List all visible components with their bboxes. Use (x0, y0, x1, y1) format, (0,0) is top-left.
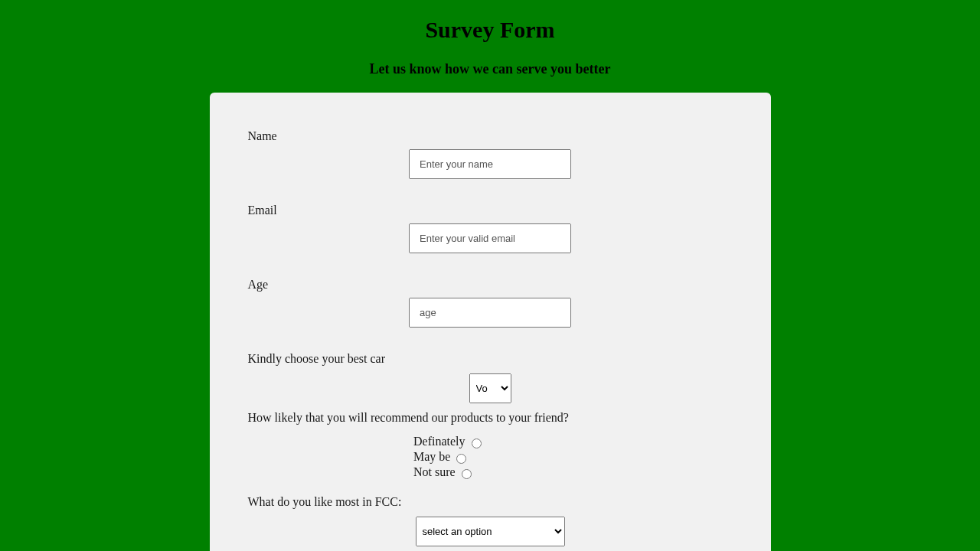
radio-label: Not sure (413, 465, 456, 478)
best-car-select[interactable]: Vo (469, 373, 511, 403)
age-input[interactable] (409, 298, 571, 328)
age-label: Age (248, 278, 733, 292)
recommend-radio-group: Definately May be Not sure (413, 434, 567, 480)
radio-option-definately[interactable]: Definately (413, 434, 567, 449)
radio-label: May be (413, 450, 450, 463)
radio-option-notsure[interactable]: Not sure (413, 465, 567, 480)
name-label: Name (248, 129, 733, 143)
email-label: Email (248, 204, 733, 217)
fcc-like-select[interactable]: select an option (416, 517, 565, 546)
fcc-like-label: What do you like most in FCC: (248, 495, 733, 509)
radio-input[interactable] (456, 454, 466, 464)
page-title: Survey Form (0, 17, 980, 43)
recommend-label: How likely that you will recommend our p… (248, 411, 733, 425)
radio-input[interactable] (472, 439, 482, 448)
page-subtitle: Let us know how we can serve you better (0, 61, 980, 77)
survey-form: Name Email Age Kindly choose your best c… (210, 93, 771, 551)
name-input[interactable] (409, 149, 571, 179)
radio-input[interactable] (462, 469, 472, 479)
best-car-label: Kindly choose your best car (248, 352, 733, 366)
radio-label: Definately (413, 435, 466, 448)
email-input[interactable] (409, 223, 571, 253)
radio-option-maybe[interactable]: May be (413, 449, 567, 465)
